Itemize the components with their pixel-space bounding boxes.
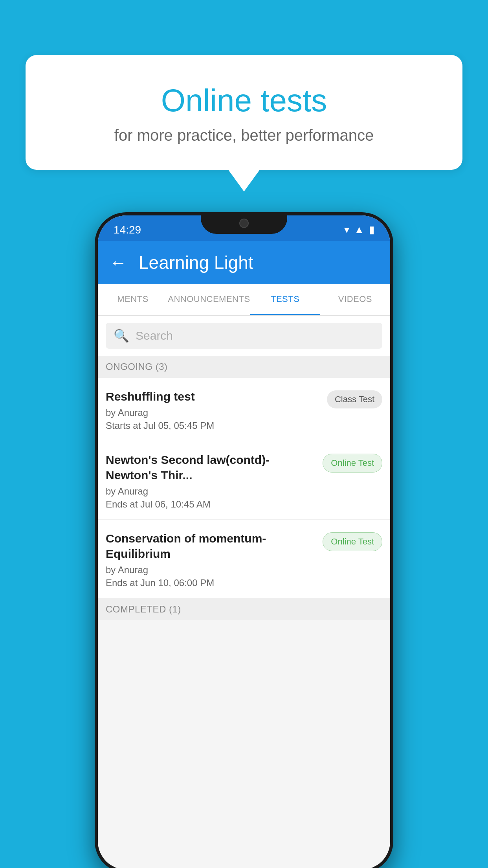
app-bar: ← Learning Light (98, 241, 390, 284)
test-item-3[interactable]: Conservation of momentum-Equilibrium by … (98, 520, 390, 598)
phone-notch (201, 212, 287, 234)
phone-frame: 14:29 ▾ ▲ ▮ ← Learning Light MENTS ANNOU… (95, 212, 393, 868)
test-badge-2: Online Test (323, 454, 382, 473)
status-icons: ▾ ▲ ▮ (344, 224, 374, 236)
back-button[interactable]: ← (110, 253, 127, 272)
ongoing-label: ONGOING (3) (106, 361, 168, 372)
phone-container: 14:29 ▾ ▲ ▮ ← Learning Light MENTS ANNOU… (95, 212, 393, 868)
test-date-2: Ends at Jul 06, 10:45 AM (106, 499, 315, 510)
search-icon: 🔍 (114, 328, 129, 343)
phone-screen: 14:29 ▾ ▲ ▮ ← Learning Light MENTS ANNOU… (98, 215, 390, 868)
search-input-wrapper[interactable]: 🔍 Search (106, 323, 382, 349)
test-name-3: Conservation of momentum-Equilibrium (106, 531, 315, 561)
test-item-2[interactable]: Newton's Second law(contd)-Newton's Thir… (98, 441, 390, 520)
battery-icon: ▮ (369, 224, 374, 236)
test-date-3: Ends at Jun 10, 06:00 PM (106, 577, 315, 588)
search-container: 🔍 Search (98, 316, 390, 356)
search-placeholder: Search (136, 329, 173, 342)
front-camera (239, 219, 249, 228)
completed-label: COMPLETED (1) (106, 604, 181, 614)
tab-ments[interactable]: MENTS (98, 284, 168, 315)
ongoing-section-header: ONGOING (3) (98, 356, 390, 378)
wifi-icon: ▾ (344, 224, 349, 236)
test-list: Reshuffling test by Anurag Starts at Jul… (98, 378, 390, 598)
test-name-1: Reshuffling test (106, 389, 319, 404)
test-name-2: Newton's Second law(contd)-Newton's Thir… (106, 452, 315, 483)
tab-videos[interactable]: VIDEOS (320, 284, 390, 315)
completed-section-header: COMPLETED (1) (98, 598, 390, 620)
test-author-1: by Anurag (106, 407, 319, 418)
app-bar-title: Learning Light (139, 252, 253, 273)
test-badge-3: Online Test (323, 532, 382, 551)
speech-bubble-title: Online tests (49, 83, 439, 119)
speech-bubble: Online tests for more practice, better p… (26, 55, 462, 170)
test-author-2: by Anurag (106, 486, 315, 497)
test-item[interactable]: Reshuffling test by Anurag Starts at Jul… (98, 378, 390, 441)
status-time: 14:29 (114, 224, 141, 236)
test-info-1: Reshuffling test by Anurag Starts at Jul… (106, 389, 327, 431)
tab-tests[interactable]: TESTS (250, 284, 320, 315)
tabs-bar: MENTS ANNOUNCEMENTS TESTS VIDEOS (98, 284, 390, 316)
test-date-1: Starts at Jul 05, 05:45 PM (106, 420, 319, 431)
tab-announcements[interactable]: ANNOUNCEMENTS (168, 284, 250, 315)
speech-bubble-tail (228, 170, 260, 191)
speech-bubble-container: Online tests for more practice, better p… (26, 55, 462, 191)
test-author-3: by Anurag (106, 565, 315, 576)
speech-bubble-subtitle: for more practice, better performance (49, 127, 439, 144)
test-info-2: Newton's Second law(contd)-Newton's Thir… (106, 452, 323, 510)
signal-icon: ▲ (354, 224, 364, 236)
test-info-3: Conservation of momentum-Equilibrium by … (106, 531, 323, 588)
test-badge-1: Class Test (327, 390, 382, 408)
